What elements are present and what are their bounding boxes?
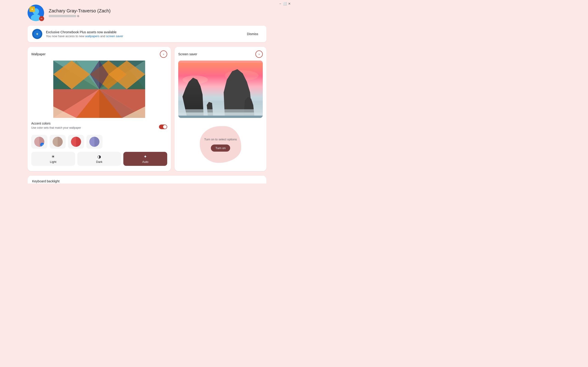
turn-on-text: Turn on to select options <box>204 137 237 142</box>
accent-subtitle: Use color sets that match your wallpaper <box>31 126 81 129</box>
banner-icon: + <box>32 29 42 39</box>
close-button[interactable]: ✕ <box>288 2 291 6</box>
svg-text:+: + <box>31 7 33 11</box>
banner-body: You now have access to new wallpapers an… <box>46 34 240 38</box>
light-theme-button[interactable]: ☀ Light <box>31 152 75 166</box>
wallpaper-nav-button[interactable]: › <box>160 50 167 58</box>
color-swatch-1[interactable]: ✓ <box>31 135 47 149</box>
profile-name: Zachary Gray-Traverso (Zach) <box>49 8 111 14</box>
color-swatch-2[interactable] <box>50 135 66 149</box>
dark-icon: ◑ <box>97 154 101 159</box>
keyboard-section-title: Keyboard backlight <box>32 179 262 183</box>
avatar-edit-icon[interactable]: ✏ <box>39 16 44 21</box>
auto-label: Auto <box>142 160 148 164</box>
wallpaper-card: Wallpaper › <box>27 47 171 171</box>
color-swatch-3[interactable] <box>68 135 84 149</box>
banner-text: Exclusive Chromebook Plus assets now ava… <box>46 30 240 38</box>
screensaver-card-header: Screen saver › <box>178 50 263 58</box>
profile-info: Zachary Gray-Traverso (Zach) ⧉ <box>49 8 111 18</box>
banner-title: Exclusive Chromebook Plus assets now ava… <box>46 30 240 34</box>
keyboard-backlight-section: Keyboard backlight Match w <box>27 176 267 184</box>
turn-on-section: Turn on to select options Turn on <box>178 122 263 167</box>
swatch-selected-icon: ✓ <box>40 143 44 147</box>
theme-buttons: ☀ Light ◑ Dark ✦ Auto <box>31 152 167 166</box>
dark-theme-button[interactable]: ◑ Dark <box>78 152 121 166</box>
avatar-container: + ✏ <box>27 5 44 21</box>
profile-email-row: ⧉ <box>49 15 111 18</box>
accent-toggle-row: Accent colors Use color sets that match … <box>31 122 167 132</box>
wallpaper-card-header: Wallpaper › <box>31 50 167 58</box>
swatch-half-circle-4 <box>89 137 99 147</box>
color-swatch-4[interactable] <box>86 135 103 149</box>
external-link-icon[interactable]: ⧉ <box>77 15 79 18</box>
cards-row: Wallpaper › <box>27 47 267 171</box>
dark-label: Dark <box>96 160 102 164</box>
email-blur <box>49 15 76 17</box>
minimize-button[interactable]: − <box>278 2 282 6</box>
accent-toggle[interactable] <box>159 125 167 129</box>
screensaver-title: Screen saver <box>178 52 197 56</box>
wallpaper-preview[interactable] <box>31 60 167 118</box>
svg-text:+: + <box>36 32 39 36</box>
swatch-half-circle-3 <box>71 137 81 147</box>
screensaver-nav-button[interactable]: › <box>255 50 263 58</box>
color-swatches: ✓ <box>31 135 167 149</box>
swatch-half-circle-2 <box>52 137 63 147</box>
light-label: Light <box>50 160 56 164</box>
light-icon: ☀ <box>51 154 55 159</box>
maximize-button[interactable]: ⬜ <box>283 2 287 6</box>
screensaver-preview <box>178 60 263 118</box>
accent-title: Accent colors <box>31 122 81 125</box>
blob-decoration: Turn on to select options Turn on <box>200 126 241 163</box>
svg-rect-37 <box>178 112 263 116</box>
title-bar: − ⬜ ✕ <box>276 0 294 7</box>
turn-on-button[interactable]: Turn on <box>211 144 230 152</box>
dismiss-button[interactable]: Dismiss <box>243 30 262 38</box>
profile-section: + ✏ Zachary Gray-Traverso (Zach) ⧉ <box>27 5 267 21</box>
screensaver-link[interactable]: screen saver <box>106 34 123 38</box>
auto-icon: ✦ <box>144 154 147 159</box>
auto-theme-button[interactable]: ✦ Auto <box>123 152 167 166</box>
accent-colors-info: Accent colors Use color sets that match … <box>31 122 81 132</box>
screensaver-image <box>178 60 263 118</box>
wallpapers-link[interactable]: wallpapers <box>85 34 99 38</box>
swatch-half-circle-1: ✓ <box>34 137 44 147</box>
screensaver-card: Screen saver › <box>174 47 267 171</box>
wallpaper-title: Wallpaper <box>31 52 46 56</box>
announcement-banner: + Exclusive Chromebook Plus assets now a… <box>27 26 267 42</box>
main-content: + ✏ Zachary Gray-Traverso (Zach) ⧉ + Exc… <box>0 0 294 184</box>
